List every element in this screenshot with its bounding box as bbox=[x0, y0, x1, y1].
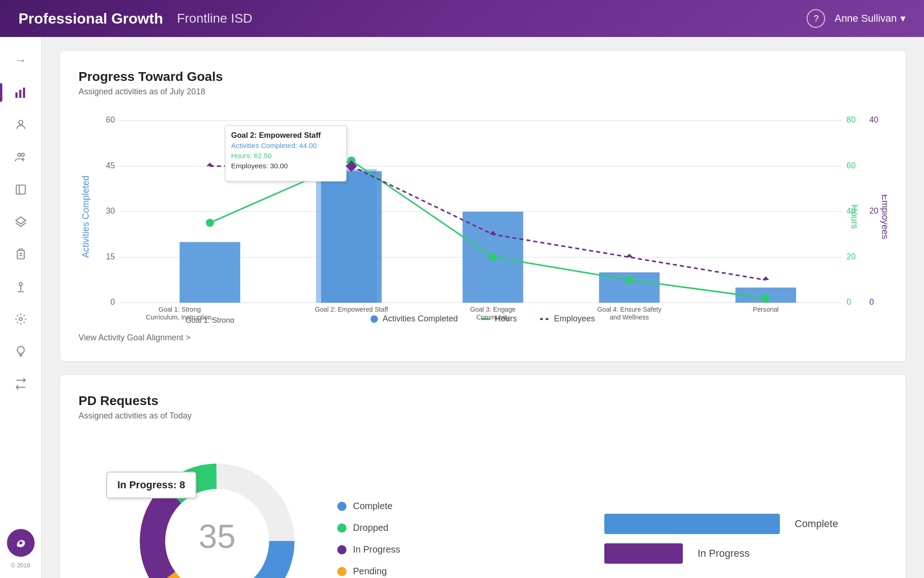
svg-text:Community: Community bbox=[476, 314, 510, 321]
emp-marker-1 bbox=[207, 163, 213, 166]
svg-text:Goal 1: Strong: Goal 1: Strong bbox=[158, 306, 201, 313]
svg-text:Employees: Employees bbox=[880, 194, 887, 239]
sidebar-item-book[interactable] bbox=[7, 176, 35, 203]
inprogress-dot bbox=[337, 545, 346, 554]
svg-text:Goal 2: Empowered Staff: Goal 2: Empowered Staff bbox=[231, 131, 321, 139]
svg-text:Goal 4: Ensure Safety: Goal 4: Ensure Safety bbox=[597, 306, 662, 313]
view-alignment-link[interactable]: View Activity Goal Alignment > bbox=[79, 333, 190, 343]
complete-dot bbox=[337, 502, 346, 511]
sidebar-item-layers[interactable] bbox=[7, 208, 35, 236]
svg-rect-6 bbox=[16, 185, 25, 194]
app-logo bbox=[7, 529, 35, 557]
sidebar-item-settings[interactable] bbox=[7, 305, 35, 333]
svg-text:Curriculum, Instruction,: Curriculum, Instruction, bbox=[146, 314, 213, 321]
svg-text:45: 45 bbox=[106, 161, 115, 170]
legend-complete: Complete bbox=[337, 501, 400, 511]
org-name: Frontline ISD bbox=[177, 11, 252, 26]
header-right: ? Anne Sullivan ▾ bbox=[807, 9, 906, 28]
main-content: Progress Toward Goals Assigned activitie… bbox=[42, 37, 924, 578]
svg-text:Employees: 30.00: Employees: 30.00 bbox=[231, 162, 287, 170]
complete-label: Complete bbox=[353, 501, 393, 511]
svg-point-3 bbox=[18, 120, 23, 124]
pending-dot bbox=[337, 567, 346, 576]
sidebar-item-arrow[interactable]: → bbox=[7, 46, 35, 74]
bar-goal2[interactable] bbox=[321, 171, 382, 302]
svg-point-5 bbox=[21, 153, 24, 156]
pd-legend: Complete Dropped In Progress Pending bbox=[328, 492, 409, 578]
sidebar: → bbox=[0, 37, 42, 578]
pending-label: Pending bbox=[353, 566, 387, 577]
sidebar-item-chart[interactable] bbox=[7, 79, 35, 106]
pd-subtitle: Assigned activities as of Today bbox=[79, 411, 887, 421]
svg-text:60: 60 bbox=[106, 115, 115, 124]
svg-text:30: 30 bbox=[106, 206, 115, 215]
svg-rect-0 bbox=[15, 92, 18, 98]
user-menu[interactable]: Anne Sullivan ▾ bbox=[834, 12, 906, 25]
emp-marker-5 bbox=[762, 277, 769, 280]
pd-content: In Progress: 8 bbox=[79, 435, 887, 578]
sidebar-item-pencil[interactable] bbox=[7, 273, 35, 301]
hours-dot-1 bbox=[206, 219, 214, 227]
svg-text:Goal 3: Engage: Goal 3: Engage bbox=[470, 306, 516, 313]
svg-text:Goal 2: Empowered Staff: Goal 2: Empowered Staff bbox=[315, 306, 388, 313]
progress-title: Progress Toward Goals bbox=[79, 69, 887, 84]
svg-text:Activities Completed: 44.00: Activities Completed: 44.00 bbox=[231, 141, 316, 149]
dropped-dot bbox=[337, 523, 346, 533]
header-left: Professional Growth Frontline ISD bbox=[18, 10, 252, 27]
svg-point-15 bbox=[19, 318, 22, 321]
svg-text:Activities Completed: Activities Completed bbox=[80, 176, 91, 258]
hours-dot-3 bbox=[489, 253, 497, 261]
employees-legend-dot bbox=[540, 318, 549, 320]
svg-marker-8 bbox=[16, 217, 26, 224]
svg-point-18 bbox=[19, 541, 22, 544]
progress-chart: Activities Completed Hours Employees bbox=[79, 111, 887, 305]
legend-inprogress: In Progress bbox=[337, 544, 400, 555]
legend-pending: Pending bbox=[337, 566, 400, 577]
svg-point-4 bbox=[18, 153, 21, 156]
bar-goal1[interactable] bbox=[180, 242, 240, 302]
sidebar-item-person[interactable] bbox=[7, 111, 35, 139]
app-header: Professional Growth Frontline ISD ? Anne… bbox=[0, 0, 924, 37]
complete-status-label: Complete bbox=[795, 518, 859, 530]
progress-subtitle: Assigned activities as of July 2018 bbox=[79, 87, 887, 97]
svg-text:40: 40 bbox=[847, 206, 856, 215]
complete-bar bbox=[604, 514, 780, 534]
app-title: Professional Growth bbox=[18, 10, 163, 27]
svg-text:80: 80 bbox=[847, 115, 856, 124]
status-inprogress: In Progress bbox=[604, 543, 859, 564]
svg-text:0: 0 bbox=[847, 297, 851, 307]
donut-svg: 35 bbox=[125, 449, 310, 578]
legend-dropped: Dropped bbox=[337, 523, 400, 533]
svg-text:20: 20 bbox=[869, 206, 879, 215]
svg-text:0: 0 bbox=[869, 297, 874, 307]
pd-tooltip-text: In Progress: 8 bbox=[117, 479, 185, 491]
svg-rect-1 bbox=[19, 90, 21, 98]
sidebar-item-clipboard[interactable] bbox=[7, 240, 35, 268]
inprogress-bar bbox=[604, 543, 683, 564]
dropped-label: Dropped bbox=[353, 523, 389, 533]
inprogress-label: In Progress bbox=[353, 544, 400, 555]
status-complete: Complete bbox=[604, 514, 859, 534]
sidebar-item-bulb[interactable] bbox=[7, 338, 35, 365]
copyright-text: © 2018 bbox=[11, 562, 30, 569]
pd-title: PD Requests bbox=[79, 394, 887, 408]
svg-text:60: 60 bbox=[847, 161, 856, 170]
svg-text:Personal: Personal bbox=[753, 306, 778, 313]
user-name: Anne Sullivan bbox=[834, 12, 897, 25]
pd-requests-card: PD Requests Assigned activities as of To… bbox=[60, 375, 906, 578]
svg-text:35: 35 bbox=[199, 518, 236, 555]
svg-text:40: 40 bbox=[869, 115, 879, 124]
help-icon[interactable]: ? bbox=[807, 9, 825, 28]
svg-text:0: 0 bbox=[110, 297, 115, 307]
svg-text:15: 15 bbox=[106, 252, 115, 261]
sidebar-item-transfer[interactable] bbox=[7, 370, 35, 398]
svg-rect-2 bbox=[23, 88, 25, 98]
svg-text:20: 20 bbox=[847, 252, 856, 261]
svg-point-13 bbox=[19, 283, 22, 286]
svg-text:and Wellness: and Wellness bbox=[610, 314, 649, 321]
hours-dot-4 bbox=[625, 276, 633, 284]
hours-dot-5 bbox=[762, 294, 770, 302]
emp-marker-4 bbox=[626, 254, 633, 258]
inprogress-status-label: In Progress bbox=[698, 547, 762, 560]
sidebar-item-people[interactable] bbox=[7, 143, 35, 171]
